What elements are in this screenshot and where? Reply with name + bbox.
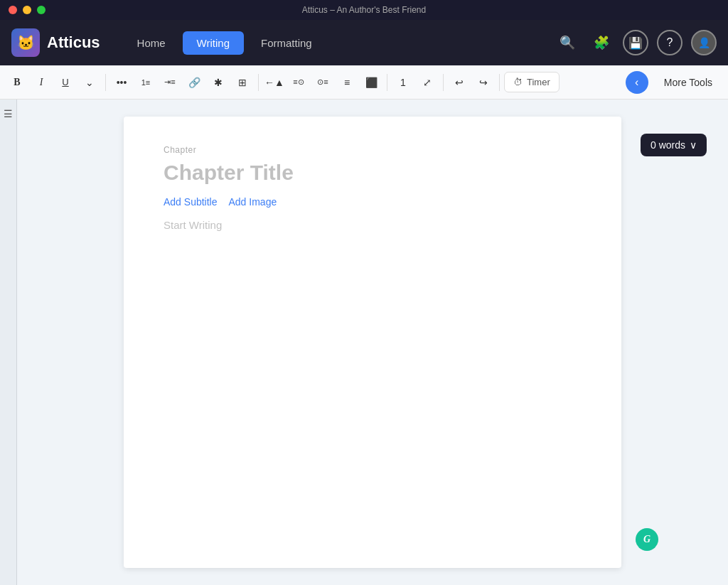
help-button[interactable]: ? <box>657 30 682 55</box>
fullscreen-button[interactable] <box>37 6 46 14</box>
toolbar-divider-2 <box>258 74 259 91</box>
align-full-icon: ⬛ <box>365 77 378 88</box>
indent-list-icon: ⇥≡ <box>164 77 175 87</box>
undo-icon: ↩ <box>455 77 464 88</box>
close-button[interactable] <box>9 6 17 14</box>
timer-label: Timer <box>527 77 550 87</box>
numbered-list-icon: 1≡ <box>141 78 151 87</box>
undo-button[interactable]: ↩ <box>448 71 471 94</box>
link-icon: 🔗 <box>188 77 200 88</box>
footnote-icon: ✱ <box>214 77 223 88</box>
text-style-dropdown[interactable]: ⌄ <box>78 71 101 94</box>
tab-writing[interactable]: Writing <box>183 31 244 55</box>
bullet-list-icon: ••• <box>117 77 127 88</box>
align-justify-button[interactable]: ≡ <box>336 71 358 94</box>
save-icon: 💾 <box>628 36 643 50</box>
toolbar-divider-5 <box>499 74 500 91</box>
editor-area[interactable]: Chapter Chapter Title Add Subtitle Add I… <box>17 100 728 585</box>
search-icon: 🔍 <box>560 35 575 50</box>
start-writing-placeholder[interactable]: Start Writing <box>164 219 582 231</box>
add-subtitle-button[interactable]: Add Subtitle <box>164 196 218 208</box>
align-left-button[interactable]: ←▲ <box>263 71 286 94</box>
link-button[interactable]: 🔗 <box>183 71 205 94</box>
align-center-button[interactable]: ≡⊙ <box>287 71 310 94</box>
align-full-button[interactable]: ⬛ <box>360 71 382 94</box>
chevron-down-icon: ⌄ <box>85 77 94 88</box>
underline-button[interactable]: U <box>54 71 77 94</box>
main-layout: ☰ Chapter Chapter Title Add Subtitle Add… <box>0 100 728 585</box>
toolbar-divider-1 <box>105 74 106 91</box>
nav-right: 🔍 🧩 💾 ? 👤 <box>555 30 717 55</box>
word-count-chevron: ∨ <box>690 139 697 151</box>
indent-list-button[interactable]: ⇥≡ <box>159 71 181 94</box>
table-button[interactable]: ⊞ <box>231 71 254 94</box>
chapter-title[interactable]: Chapter Title <box>164 161 582 185</box>
timer-icon: ⏱ <box>513 77 523 87</box>
redo-icon: ↪ <box>479 77 488 88</box>
logo-emoji: 🐱 <box>17 34 35 51</box>
save-button[interactable]: 💾 <box>623 30 648 55</box>
sidebar-toggle-button[interactable]: ☰ <box>4 108 13 119</box>
numbered-list-button[interactable]: 1≡ <box>134 71 157 94</box>
more-tools-button[interactable]: More Tools <box>654 73 722 92</box>
align-left-icon: ←▲ <box>264 77 284 88</box>
window-title: Atticus – An Author's Best Friend <box>302 5 426 15</box>
grammarly-icon: G <box>643 534 651 545</box>
table-icon: ⊞ <box>238 77 247 88</box>
align-center-icon: ≡⊙ <box>293 77 304 87</box>
minimize-button[interactable] <box>23 6 31 14</box>
timer-button[interactable]: ⏱ Timer <box>504 72 560 92</box>
italic-button[interactable]: I <box>30 71 53 94</box>
more-tools-label: More Tools <box>664 77 712 88</box>
editor-links: Add Subtitle Add Image <box>164 196 582 208</box>
avatar[interactable]: 👤 <box>691 30 717 55</box>
word-count-badge[interactable]: 0 words ∨ <box>641 134 707 156</box>
logo-area: 🐱 Atticus <box>11 28 100 57</box>
app-name: Atticus <box>47 33 100 52</box>
bold-button[interactable]: B <box>6 71 28 94</box>
line-number-icon: 1 <box>400 77 406 88</box>
fullscreen-button[interactable]: ⤢ <box>416 71 439 94</box>
fullscreen-icon: ⤢ <box>423 77 432 88</box>
toolbar-right: ‹ More Tools <box>626 71 722 94</box>
navbar: 🐱 Atticus Home Writing Formatting 🔍 🧩 💾 … <box>0 20 728 65</box>
word-count-value: 0 words <box>651 139 685 151</box>
redo-button[interactable]: ↪ <box>472 71 495 94</box>
avatar-icon: 👤 <box>698 37 710 48</box>
sidebar: ☰ <box>0 100 17 585</box>
align-justify-icon: ≡ <box>344 77 350 88</box>
editor-page: Chapter Chapter Title Add Subtitle Add I… <box>124 117 621 568</box>
footnote-button[interactable]: ✱ <box>207 71 230 94</box>
grammarly-button[interactable]: G <box>636 528 658 551</box>
align-right-icon: ⊙≡ <box>317 77 328 87</box>
title-bar: Atticus – An Author's Best Friend <box>0 0 728 20</box>
traffic-lights <box>9 6 46 14</box>
nav-tabs: Home Writing Formatting <box>123 31 326 55</box>
toolbar: B I U ⌄ ••• 1≡ ⇥≡ 🔗 ✱ ⊞ ←▲ ≡⊙ ⊙≡ ≡ ⬛ <box>0 65 728 100</box>
add-image-button[interactable]: Add Image <box>229 196 277 208</box>
search-button[interactable]: 🔍 <box>555 30 580 55</box>
collapse-icon: ‹ <box>635 76 638 89</box>
line-number-button[interactable]: 1 <box>392 71 414 94</box>
tab-home[interactable]: Home <box>123 31 180 55</box>
underline-icon: U <box>62 77 68 87</box>
extensions-icon: 🧩 <box>594 35 609 50</box>
bold-icon: B <box>14 77 20 88</box>
app-logo-icon: 🐱 <box>11 28 40 57</box>
menu-icon: ☰ <box>4 108 13 119</box>
italic-icon: I <box>40 77 43 88</box>
collapse-panel-button[interactable]: ‹ <box>626 71 648 94</box>
chapter-label: Chapter <box>164 145 582 155</box>
tab-formatting[interactable]: Formatting <box>247 31 326 55</box>
toolbar-divider-3 <box>387 74 387 91</box>
extensions-button[interactable]: 🧩 <box>589 30 614 55</box>
bullet-list-button[interactable]: ••• <box>110 71 133 94</box>
align-right-button[interactable]: ⊙≡ <box>311 71 334 94</box>
toolbar-divider-4 <box>443 74 444 91</box>
help-icon: ? <box>667 36 673 49</box>
